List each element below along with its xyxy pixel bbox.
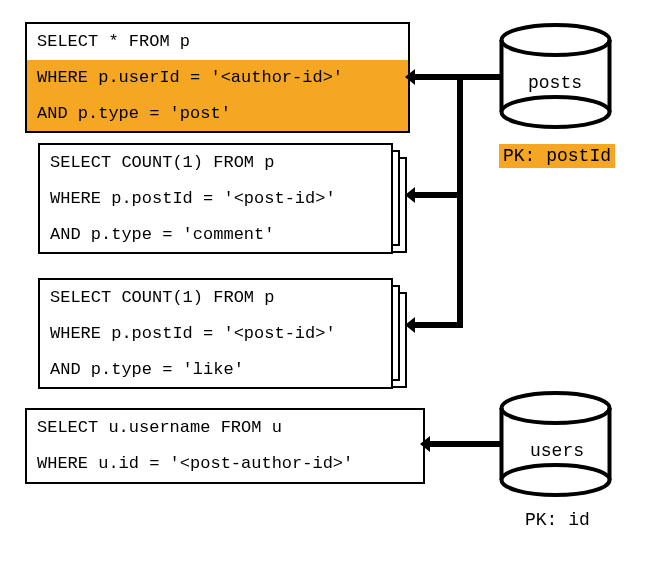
- partition-key-label: PK: postId: [499, 144, 615, 168]
- sql-line: WHERE p.postId = '<post-id>': [40, 181, 391, 217]
- svg-marker-19: [420, 436, 430, 452]
- query-box-comments: SELECT COUNT(1) FROM p WHERE p.postId = …: [38, 143, 393, 254]
- sql-line: SELECT COUNT(1) FROM p: [40, 145, 391, 181]
- sql-line: AND p.type = 'comment': [40, 217, 391, 253]
- arrow-icon: [420, 432, 505, 456]
- svg-marker-13: [405, 69, 415, 85]
- svg-point-4: [502, 97, 610, 127]
- sql-line: WHERE u.id = '<post-author-id>': [27, 446, 423, 482]
- svg-marker-17: [405, 317, 415, 333]
- svg-point-9: [502, 465, 610, 495]
- query-box-posts: SELECT * FROM p WHERE p.userId = '<autho…: [25, 22, 410, 133]
- query-box-users: SELECT u.username FROM u WHERE u.id = '<…: [25, 408, 425, 484]
- arrow-icon: [405, 65, 505, 385]
- sql-line-highlighted: WHERE p.userId = '<author-id>': [27, 60, 408, 96]
- database-label: posts: [528, 73, 582, 93]
- partition-key-label: PK: id: [525, 510, 590, 530]
- sql-line: SELECT * FROM p: [27, 24, 408, 60]
- sql-line: AND p.type = 'like': [40, 352, 391, 388]
- database-label: users: [530, 441, 584, 461]
- partition-key-highlighted: PK: postId: [499, 144, 615, 168]
- sql-line: SELECT u.username FROM u: [27, 410, 423, 446]
- sql-line-highlighted: AND p.type = 'post': [27, 96, 408, 132]
- svg-marker-15: [405, 187, 415, 203]
- query-box-likes: SELECT COUNT(1) FROM p WHERE p.postId = …: [38, 278, 393, 389]
- sql-line: SELECT COUNT(1) FROM p: [40, 280, 391, 316]
- sql-line: WHERE p.postId = '<post-id>': [40, 316, 391, 352]
